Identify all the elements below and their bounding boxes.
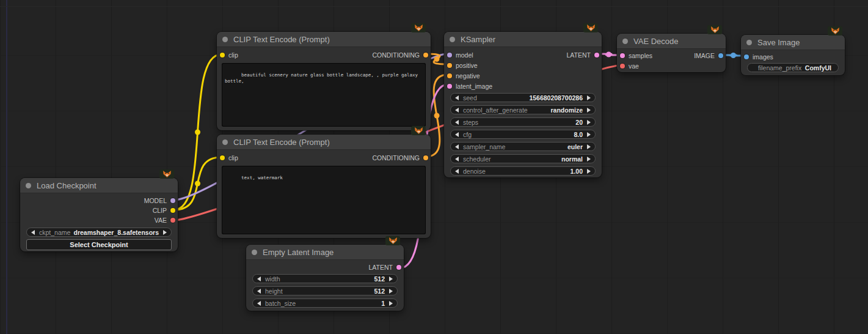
decrement-arrow-icon[interactable] [455,132,459,137]
decrement-arrow-icon[interactable] [257,289,261,294]
decrement-arrow-icon[interactable] [257,301,261,306]
slot-label: CONDITIONING [372,51,420,59]
batch-size-widget[interactable]: batch_size 1 [252,299,398,308]
increment-arrow-icon[interactable] [389,301,393,306]
node-title-bar[interactable]: Empty Latent Image [246,245,404,260]
widget-value: 8.0 [574,131,583,138]
decrement-arrow-icon[interactable] [455,120,459,125]
increment-arrow-icon[interactable] [587,169,591,174]
collapse-dot[interactable] [450,37,455,42]
output-slot-conditioning[interactable]: CONDITIONING [372,154,429,161]
node-title-bar[interactable]: Save Image [741,35,845,50]
node-ksampler[interactable]: KSampler model LATENT positive [444,32,602,177]
latent-slot-dot[interactable] [620,53,625,58]
scheduler-widget[interactable]: scheduler normal [450,154,596,163]
conditioning-slot-dot[interactable] [423,53,428,58]
collapse-dot[interactable] [622,39,628,44]
select-checkpoint-button[interactable]: Select Checkpoint [26,239,172,250]
prompt-text: text, watermark [241,175,283,180]
clip-slot-dot[interactable] [220,155,225,160]
collapse-dot[interactable] [222,139,228,145]
increment-arrow-icon[interactable] [587,132,591,137]
model-slot-dot[interactable] [170,198,175,203]
next-value-arrow-icon[interactable] [163,230,167,235]
width-widget[interactable]: width 512 [252,274,398,283]
node-clip-text-encode-negative[interactable]: CLIP Text Encode (Prompt) clip CONDITION… [217,135,431,238]
prev-value-arrow-icon[interactable] [455,157,459,161]
slot-label: samples [629,52,652,59]
decrement-arrow-icon[interactable] [455,169,459,174]
collapse-dot[interactable] [26,183,31,188]
output-slot-vae[interactable]: VAE [155,217,177,224]
filename-prefix-widget[interactable]: filename_prefix ComfyUI [747,63,839,72]
vae-slot-dot[interactable] [620,64,625,69]
node-title-bar[interactable]: VAE Decode [617,34,726,49]
collapse-dot[interactable] [746,40,752,45]
sampler-name-widget[interactable]: sampler_name euler [450,142,596,151]
increment-arrow-icon[interactable] [587,120,591,125]
input-slot-images[interactable]: images [742,53,773,61]
fox-badge [707,25,722,34]
node-vae-decode[interactable]: VAE Decode samples IMAGE vae [617,34,726,72]
next-value-arrow-icon[interactable] [587,144,591,149]
output-slot-latent[interactable]: LATENT [369,264,403,271]
output-slot-image[interactable]: IMAGE [694,52,724,59]
conditioning-slot-dot[interactable] [447,73,452,78]
output-slot-conditioning[interactable]: CONDITIONING [372,51,429,59]
clip-slot-dot[interactable] [220,53,225,58]
vae-slot-dot[interactable] [170,218,175,223]
input-slot-negative[interactable]: negative [445,72,480,80]
slot-label: VAE [155,217,167,224]
decrement-arrow-icon[interactable] [455,95,459,100]
increment-arrow-icon[interactable] [389,276,393,281]
input-slot-model[interactable]: model [445,51,473,59]
node-title-bar[interactable]: Load Checkpoint [20,178,178,193]
model-slot-dot[interactable] [447,53,452,58]
output-slot-latent[interactable]: LATENT [567,51,600,59]
next-value-arrow-icon[interactable] [587,108,591,113]
input-slot-positive[interactable]: positive [445,62,478,69]
image-slot-dot[interactable] [744,54,749,59]
height-widget[interactable]: height 512 [252,286,398,295]
clip-slot-dot[interactable] [170,208,175,213]
ckpt-name-combo[interactable]: ckpt_name dreamshaper_8.safetensors [26,228,172,237]
latent-slot-dot[interactable] [594,53,599,58]
cfg-widget[interactable]: cfg 8.0 [450,130,596,139]
node-empty-latent-image[interactable]: Empty Latent Image LATENT width 512 heig… [246,245,404,311]
collapse-dot[interactable] [252,250,257,255]
decrement-arrow-icon[interactable] [257,276,261,281]
node-title-bar[interactable]: KSampler [444,32,602,47]
node-title: KSampler [461,35,495,44]
comfyui-canvas[interactable]: Load Checkpoint MODEL CLIP VAE [0,0,868,334]
negative-prompt-textarea[interactable]: text, watermark [222,166,426,234]
conditioning-slot-dot[interactable] [423,155,428,160]
input-slot-samples[interactable]: samples [618,52,652,59]
steps-widget[interactable]: steps 20 [450,117,596,127]
prev-value-arrow-icon[interactable] [455,108,459,113]
node-clip-text-encode-positive[interactable]: CLIP Text Encode (Prompt) clip CONDITION… [217,32,431,130]
next-value-arrow-icon[interactable] [587,157,591,161]
node-load-checkpoint[interactable]: Load Checkpoint MODEL CLIP VAE [20,178,178,251]
collapse-dot[interactable] [222,37,228,42]
prev-value-arrow-icon[interactable] [31,230,35,235]
node-title-bar[interactable]: CLIP Text Encode (Prompt) [217,135,431,150]
input-slot-vae[interactable]: vae [618,62,639,70]
output-slot-clip[interactable]: CLIP [153,207,177,214]
latent-slot-dot[interactable] [396,265,401,270]
seed-widget[interactable]: seed 156680208700286 [450,93,596,102]
conditioning-slot-dot[interactable] [447,63,452,68]
latent-slot-dot[interactable] [447,84,452,89]
node-save-image[interactable]: Save Image images filename_prefix ComfyU… [741,35,845,75]
input-slot-clip[interactable]: clip [218,154,238,161]
image-slot-dot[interactable] [718,53,723,58]
control-after-generate-widget[interactable]: control_after_generate randomize [450,105,596,114]
input-slot-clip[interactable]: clip [218,51,238,59]
positive-prompt-textarea[interactable]: beautiful scenery nature glass bottle la… [222,63,426,127]
output-slot-model[interactable]: MODEL [144,197,177,204]
prev-value-arrow-icon[interactable] [455,144,459,149]
denoise-widget[interactable]: denoise 1.00 [450,166,596,176]
node-title-bar[interactable]: CLIP Text Encode (Prompt) [217,32,431,47]
increment-arrow-icon[interactable] [587,95,591,100]
increment-arrow-icon[interactable] [389,289,393,294]
input-slot-latent-image[interactable]: latent_image [445,83,492,90]
